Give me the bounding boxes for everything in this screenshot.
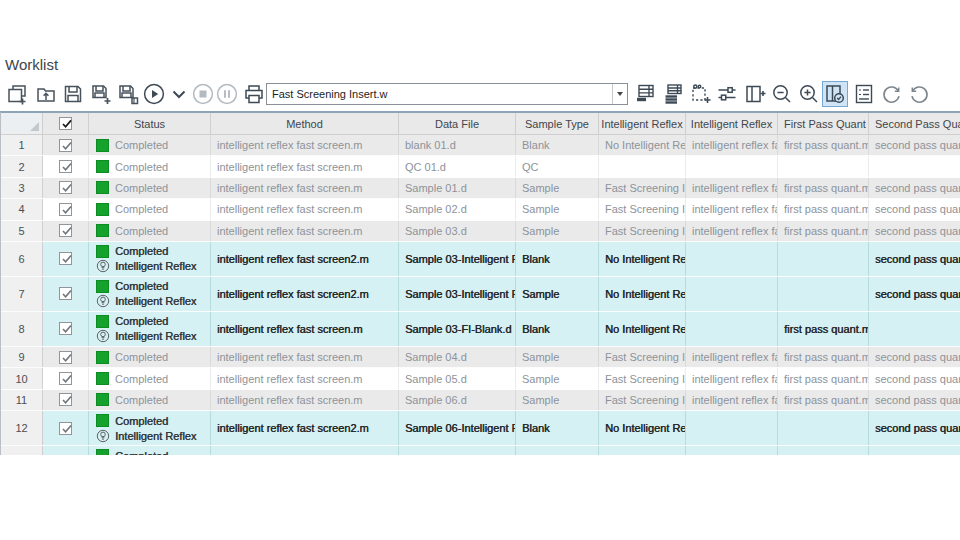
- intelligent-reflex-1-cell: Fast Screening Insert: [599, 221, 686, 241]
- intelligent-reflex-2-cell: intelligent reflex fast screen: [686, 390, 778, 410]
- combobox-dropdown-button[interactable]: [612, 84, 627, 104]
- row-checkbox-cell[interactable]: [43, 390, 89, 410]
- row-checkbox-cell[interactable]: [43, 135, 89, 155]
- row-number[interactable]: 6: [1, 242, 43, 276]
- sample-type-cell: Sample: [516, 368, 599, 388]
- row-number[interactable]: 10: [1, 368, 43, 388]
- table-row[interactable]: 8 Completed Intelligent Reflex intellige…: [1, 312, 960, 347]
- table-row[interactable]: 9 Completed intelligent reflex fast scre…: [1, 347, 960, 368]
- row-checkbox-cell[interactable]: [43, 221, 89, 241]
- table-row[interactable]: 10 Completed intelligent reflex fast scr…: [1, 368, 960, 389]
- table-row[interactable]: 7 Completed Intelligent Reflex intellige…: [1, 277, 960, 312]
- method-cell: intelligent reflex fast screen2.m: [211, 411, 399, 445]
- row-number[interactable]: 3: [1, 178, 43, 198]
- save-copy-icon[interactable]: [115, 81, 141, 107]
- row-number[interactable]: 8: [1, 312, 43, 346]
- header-intelligent-reflex-2[interactable]: Intelligent Reflex: [686, 113, 778, 134]
- table-row[interactable]: 12 Completed Intelligent Reflex intellig…: [1, 411, 960, 446]
- row-checkbox[interactable]: [59, 287, 72, 300]
- table-row[interactable]: 13 Completed Intelligent Reflex intellig…: [1, 446, 960, 455]
- sample-type-cell: Sample: [516, 221, 599, 241]
- status-completed-icon: [96, 449, 109, 455]
- table-row[interactable]: 5 Completed intelligent reflex fast scre…: [1, 221, 960, 242]
- header-second-pass-quant[interactable]: Second Pass Quant Method: [869, 113, 960, 134]
- row-number[interactable]: 1: [1, 135, 43, 155]
- new-worklist-icon[interactable]: [4, 81, 30, 107]
- header-first-pass-quant[interactable]: First Pass Quant Method: [778, 113, 869, 134]
- run-options-chevron-icon[interactable]: [166, 81, 192, 107]
- status-cell: Completed: [89, 199, 211, 219]
- open-worklist-icon[interactable]: [33, 81, 59, 107]
- row-checkbox[interactable]: [59, 160, 72, 173]
- header-data-file[interactable]: Data File: [399, 113, 516, 134]
- add-column-icon[interactable]: [742, 81, 768, 107]
- row-checkbox[interactable]: [59, 322, 72, 335]
- table-row[interactable]: 6 Completed Intelligent Reflex intellige…: [1, 242, 960, 277]
- row-checkbox-cell[interactable]: [43, 312, 89, 346]
- save-icon[interactable]: [60, 81, 86, 107]
- row-number[interactable]: 11: [1, 390, 43, 410]
- row-number[interactable]: 5: [1, 221, 43, 241]
- row-checkbox-cell[interactable]: [43, 347, 89, 367]
- checklist-icon[interactable]: [851, 81, 877, 107]
- row-number[interactable]: 2: [1, 156, 43, 176]
- row-checkbox[interactable]: [59, 252, 72, 265]
- row-checkbox-cell[interactable]: [43, 446, 89, 455]
- enable-worklist-check-icon[interactable]: [822, 81, 848, 107]
- select-reference-icon[interactable]: [688, 81, 714, 107]
- row-checkbox[interactable]: [59, 139, 72, 152]
- row-number[interactable]: 12: [1, 411, 43, 445]
- row-checkbox[interactable]: [59, 224, 72, 237]
- insert-multiple-rows-icon[interactable]: [660, 81, 686, 107]
- worklist-page: Worklist: [0, 0, 960, 540]
- header-status[interactable]: Status: [89, 113, 211, 134]
- status-label: Completed: [115, 139, 168, 151]
- row-checkbox[interactable]: [59, 422, 72, 435]
- save-as-icon[interactable]: [88, 81, 114, 107]
- row-checkbox[interactable]: [59, 181, 72, 194]
- select-all-header-cell[interactable]: [43, 113, 89, 134]
- pause-icon[interactable]: [214, 81, 240, 107]
- run-icon[interactable]: [141, 81, 167, 107]
- worklist-run-parameters-icon[interactable]: [714, 81, 740, 107]
- row-checkbox[interactable]: [59, 372, 72, 385]
- status-label: Completed: [115, 182, 168, 194]
- row-checkbox-cell[interactable]: [43, 199, 89, 219]
- row-checkbox[interactable]: [59, 203, 72, 216]
- zoom-out-icon[interactable]: [769, 81, 795, 107]
- header-method[interactable]: Method: [211, 113, 399, 134]
- select-all-checkbox[interactable]: [59, 117, 72, 130]
- row-checkbox-cell[interactable]: [43, 277, 89, 311]
- table-row[interactable]: 3 Completed intelligent reflex fast scre…: [1, 178, 960, 199]
- table-row[interactable]: 11 Completed intelligent reflex fast scr…: [1, 390, 960, 411]
- row-checkbox-cell[interactable]: [43, 411, 89, 445]
- print-icon[interactable]: [241, 81, 267, 107]
- status-label: Completed: [115, 280, 168, 292]
- corner-header-cell[interactable]: [1, 113, 43, 134]
- row-checkbox-cell[interactable]: [43, 368, 89, 388]
- toolbar: Fast Screening Insert.w: [0, 80, 960, 110]
- stop-icon[interactable]: [190, 81, 216, 107]
- row-number[interactable]: 7: [1, 277, 43, 311]
- undo-icon[interactable]: [906, 81, 932, 107]
- table-row[interactable]: 4 Completed intelligent reflex fast scre…: [1, 199, 960, 220]
- header-intelligent-reflex-1[interactable]: Intelligent Reflex: [599, 113, 686, 134]
- table-row[interactable]: 2 Completed intelligent reflex fast scre…: [1, 156, 960, 177]
- redo-icon[interactable]: [879, 81, 905, 107]
- row-checkbox[interactable]: [59, 351, 72, 364]
- method-cell: intelligent reflex fast screen.m: [211, 221, 399, 241]
- status-completed-icon: [96, 351, 109, 364]
- row-checkbox[interactable]: [59, 393, 72, 406]
- header-sample-type[interactable]: Sample Type: [516, 113, 599, 134]
- worklist-file-combobox[interactable]: Fast Screening Insert.w: [266, 83, 628, 105]
- row-checkbox-cell[interactable]: [43, 178, 89, 198]
- table-row[interactable]: 1 Completed intelligent reflex fast scre…: [1, 135, 960, 156]
- row-number[interactable]: 4: [1, 199, 43, 219]
- row-checkbox-cell[interactable]: [43, 242, 89, 276]
- row-number[interactable]: 13: [1, 446, 43, 455]
- row-checkbox-cell[interactable]: [43, 156, 89, 176]
- insert-row-icon[interactable]: [632, 81, 658, 107]
- zoom-in-icon[interactable]: [796, 81, 822, 107]
- row-number[interactable]: 9: [1, 347, 43, 367]
- status-cell: Completed Intelligent Reflex: [89, 411, 211, 445]
